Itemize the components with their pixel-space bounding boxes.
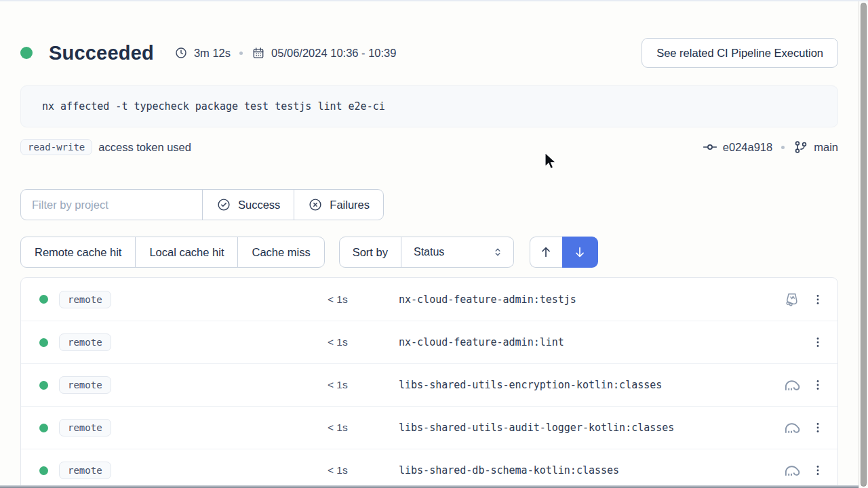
filter-success-label: Success	[238, 199, 280, 211]
cache-source-cell: remote	[48, 379, 328, 391]
dot-separator	[781, 146, 785, 149]
scrollbar-thumb[interactable]	[861, 3, 867, 487]
run-date-range: 05/06/2024 10:36 - 10:39	[271, 47, 396, 60]
sort-ascending-button[interactable]	[530, 237, 562, 268]
cache-miss-button[interactable]: Cache miss	[237, 237, 323, 267]
filter-success-button[interactable]: Success	[202, 190, 294, 220]
table-row: remote < 1s nx-cloud-feature-admin:testj…	[21, 278, 837, 321]
page-title: Succeeded	[49, 42, 154, 64]
run-duration: 3m 12s	[194, 47, 231, 60]
commit-hash: e024a918	[723, 141, 772, 154]
cache-sort-toolbar: Remote cache hit Local cache hit Cache m…	[20, 237, 838, 268]
run-meta: 3m 12s 05/06/2024 10:36 - 10:39	[174, 46, 397, 60]
cache-source-badge: remote	[59, 462, 111, 479]
cache-source-cell: remote	[48, 464, 328, 476]
task-status-dot	[39, 381, 48, 390]
commit-link[interactable]: e024a918	[703, 140, 772, 155]
table-row: remote < 1s libs-shared-db-schema-kotlin…	[21, 449, 837, 488]
arrow-up-icon	[538, 245, 553, 260]
task-table: remote < 1s nx-cloud-feature-admin:testj…	[20, 277, 838, 488]
row-menu-button[interactable]	[808, 457, 828, 484]
x-circle-icon	[308, 197, 323, 212]
kebab-menu-icon	[811, 378, 825, 392]
remote-cache-hit-button[interactable]: Remote cache hit	[21, 237, 135, 267]
cache-source-cell: remote	[48, 293, 328, 306]
vcs-info: e024a918 main	[703, 140, 838, 155]
arrow-down-icon	[572, 245, 587, 260]
task-status-dot	[39, 338, 48, 347]
table-row: remote < 1s libs-shared-utils-encryption…	[21, 363, 837, 406]
sort-selected-value: Status	[414, 246, 444, 258]
filter-bar: Success Failures	[20, 189, 838, 220]
cache-source-badge: remote	[59, 333, 111, 351]
task-duration: < 1s	[328, 464, 368, 476]
sort-select[interactable]: Status	[401, 237, 513, 267]
branch-icon	[793, 140, 808, 155]
status-dot	[20, 47, 33, 59]
select-chevrons-icon	[491, 245, 505, 259]
kebab-menu-icon	[811, 421, 825, 434]
task-duration: < 1s	[328, 293, 368, 306]
cache-filter-group: Remote cache hit Local cache hit Cache m…	[20, 237, 325, 268]
vertical-scrollbar[interactable]	[859, 1, 868, 488]
task-duration: < 1s	[328, 336, 368, 348]
task-name-link[interactable]: libs-shared-db-schema-kotlin:classes	[368, 464, 776, 476]
kebab-menu-icon	[811, 336, 825, 349]
task-name-link[interactable]: libs-shared-utils-audit-logger-kotlin:cl…	[368, 422, 776, 434]
dot-separator	[239, 52, 243, 55]
row-menu-button[interactable]	[808, 286, 828, 313]
task-status-dot	[39, 295, 48, 304]
gradle-icon	[776, 464, 808, 477]
task-name-link[interactable]: nx-cloud-feature-admin:testjs	[368, 293, 776, 306]
commit-icon	[703, 140, 717, 155]
gradle-icon	[776, 421, 808, 434]
sort-direction-group	[530, 237, 598, 268]
kebab-menu-icon	[811, 293, 825, 306]
task-name-link[interactable]: nx-cloud-feature-admin:lint	[368, 336, 776, 348]
project-filter-group: Success Failures	[20, 189, 384, 220]
jest-icon	[776, 291, 808, 308]
project-filter-input[interactable]	[21, 190, 202, 220]
cache-source-cell: remote	[48, 422, 328, 434]
row-menu-button[interactable]	[808, 414, 828, 441]
run-header: Succeeded 3m 12s 05/06/2024 10:36 - 10:3…	[20, 38, 838, 68]
task-name-link[interactable]: libs-shared-utils-encryption-kotlin:clas…	[368, 379, 776, 391]
cache-source-badge: remote	[59, 376, 111, 394]
clock-icon	[174, 46, 188, 60]
branch-name: main	[814, 141, 838, 154]
filter-failures-button[interactable]: Failures	[294, 190, 383, 220]
calendar-icon	[252, 46, 265, 60]
task-duration: < 1s	[328, 379, 368, 391]
table-row: remote < 1s nx-cloud-feature-admin:lint	[21, 321, 837, 363]
gradle-icon	[776, 378, 808, 392]
check-circle-icon	[216, 197, 231, 212]
task-status-dot	[39, 424, 48, 432]
branch-label: main	[793, 140, 838, 155]
cache-source-badge: remote	[59, 419, 111, 436]
run-details-page: Succeeded 3m 12s 05/06/2024 10:36 - 10:3…	[20, 0, 838, 488]
sort-descending-button[interactable]	[562, 237, 598, 268]
see-related-ci-pipeline-button[interactable]: See related CI Pipeline Execution	[642, 38, 838, 68]
filter-failures-label: Failures	[330, 199, 370, 211]
task-duration: < 1s	[328, 422, 368, 434]
token-row: read-write access token used e024a918 ma…	[20, 139, 838, 155]
task-status-dot	[39, 466, 48, 475]
cache-source-badge: remote	[59, 291, 111, 308]
token-scope-badge: read-write	[20, 139, 92, 155]
cache-source-cell: remote	[48, 336, 328, 348]
sort-by-label: Sort by	[340, 237, 401, 267]
local-cache-hit-button[interactable]: Local cache hit	[135, 237, 237, 267]
row-menu-button[interactable]	[808, 329, 828, 356]
run-command: nx affected -t typecheck package test te…	[20, 85, 838, 127]
bottom-edge	[0, 485, 859, 488]
row-menu-button[interactable]	[808, 371, 828, 399]
kebab-menu-icon	[811, 464, 825, 477]
sort-group: Sort by Status	[339, 237, 514, 268]
table-row: remote < 1s libs-shared-utils-audit-logg…	[21, 406, 837, 449]
token-label: access token used	[98, 141, 191, 154]
